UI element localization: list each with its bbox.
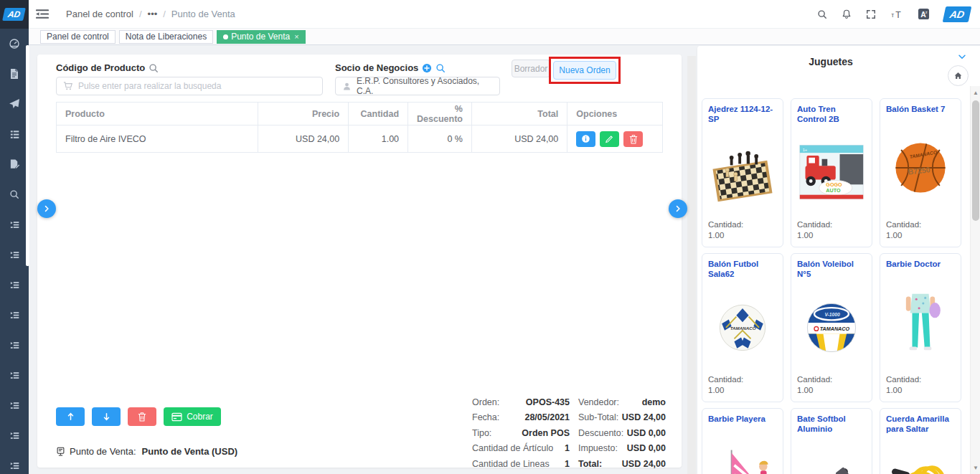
app-logo[interactable]: AD [0, 0, 29, 29]
move-down-button[interactable] [92, 407, 121, 426]
ad-logo-topright[interactable]: AD [942, 6, 971, 22]
search-icon[interactable] [149, 63, 159, 73]
product-card[interactable]: Ajedrez 1124-12-SP Cantidad: 1.00 [702, 98, 783, 247]
sidebar-menu-item[interactable] [0, 330, 29, 360]
list-indent-icon [9, 370, 20, 381]
topbar-icons: тTAzAD [817, 6, 980, 22]
column-header: Total [471, 103, 567, 125]
product-qty-label: Cantidad: [708, 219, 777, 231]
chevron-down-icon[interactable] [957, 52, 967, 62]
sidebar-menu-item[interactable] [0, 179, 29, 209]
sidebar-menu-item[interactable] [0, 59, 29, 89]
plus-circle-icon[interactable] [422, 63, 432, 73]
product-image-chess [708, 125, 777, 219]
product-code-label: Código de Producto [56, 62, 159, 73]
tutorial-highlight-box: Nueva Orden [549, 57, 621, 84]
sidebar-menu-item[interactable] [0, 29, 29, 59]
language-icon[interactable]: Az [918, 8, 930, 20]
list-indent-icon [9, 400, 20, 411]
product-card[interactable]: Balón Futbol Sala62 TAMANACO Cantidad: 1… [702, 253, 783, 402]
active-tab-dot-icon [223, 34, 228, 39]
order-line-row[interactable]: Filtro de Aire IVECOUSD 24,001.000 %USD … [57, 125, 663, 153]
product-image-bat: Softbol [797, 435, 866, 474]
trash-icon [138, 412, 146, 422]
fullscreen-icon[interactable] [866, 9, 876, 19]
tab-panel-de-control[interactable]: Panel de control [40, 30, 116, 44]
summary-row: Tipo:Orden POS [472, 425, 570, 441]
product-image-rope [886, 435, 955, 474]
pay-button[interactable]: Cobrar [164, 407, 221, 426]
product-search-input[interactable]: Pulse enter para realizar la busqueda [56, 77, 323, 95]
summary-label: Orden: [472, 397, 499, 407]
business-partner-input[interactable]: E.R.P. Consultores y Asociados, C.A. [335, 77, 500, 95]
document-icon [9, 68, 19, 80]
sidebar-menu-item[interactable] [0, 390, 29, 420]
sidebar-menu-item[interactable] [0, 119, 29, 149]
scroll-down-icon[interactable]: ▼ [971, 463, 980, 473]
sidebar-menu-item[interactable] [0, 240, 29, 270]
close-icon[interactable]: × [294, 31, 298, 43]
scroll-up-icon[interactable]: ▲ [971, 87, 980, 98]
summary-label: Cantidad de Ártículo [472, 443, 553, 453]
move-up-button[interactable] [56, 407, 85, 426]
order-lines-table: ProductoPrecioCantidad% DescuentoTotalOp… [56, 102, 663, 153]
sidebar-scrollbar[interactable] [26, 45, 29, 266]
sidebar-menu-item[interactable] [0, 420, 29, 450]
product-image-barbie-doctor [886, 270, 955, 374]
tab-punto-de-venta[interactable]: Punto de Venta× [217, 30, 306, 44]
expand-right-panel-button[interactable] [669, 199, 687, 218]
ad-logo: AD [2, 8, 26, 21]
product-card[interactable]: Balón Basket 7 TAMANACOB7250 Cantidad: 1… [880, 98, 961, 247]
svg-text:TAMANACO: TAMANACO [820, 326, 850, 332]
breadcrumb-item[interactable]: ••• [148, 9, 158, 19]
search-icon[interactable] [817, 9, 827, 19]
product-card[interactable]: Barbie Doctor Cantidad: 1.00 [880, 253, 961, 402]
tab-label: Punto de Venta [231, 31, 290, 43]
product-card[interactable]: Bate Softbol Aluminio Softbol Cantidad: … [791, 408, 872, 474]
order-line-cell: USD 24,00 [471, 125, 567, 153]
line-delete-button[interactable] [623, 131, 643, 147]
breadcrumb-item[interactable]: Punto de Venta [171, 9, 235, 19]
scrollbar-thumb[interactable] [972, 100, 979, 221]
font-size-icon[interactable]: тT [890, 9, 903, 19]
breadcrumb-item[interactable]: Panel de control [66, 9, 133, 19]
product-image-volleyball: V-1000TAMANACO [797, 280, 866, 374]
product-card[interactable]: Cuerda Amarilla para Saltar Cantidad: 1.… [880, 408, 961, 474]
bell-icon[interactable] [842, 9, 852, 19]
tags-view-bar: Panel de controlNota de LiberacionesPunt… [29, 29, 980, 45]
sidebar-menu-item[interactable] [0, 300, 29, 330]
expand-left-panel-button[interactable] [37, 199, 56, 218]
product-qty-value: 1.00 [797, 385, 866, 397]
product-card[interactable]: Balón Voleibol N°5 V-1000TAMANACO Cantid… [791, 253, 872, 402]
sidebar-menu-item[interactable] [0, 209, 29, 240]
breadcrumb: Panel de control/•••/Punto de Venta [66, 9, 235, 19]
sidebar-menu-item[interactable] [0, 149, 29, 179]
svg-text:TAMANACO: TAMANACO [730, 326, 756, 331]
sidebar-menu-item[interactable] [0, 360, 29, 390]
column-header: Precio [258, 103, 349, 125]
summary-row: Vendedor:demo [578, 394, 666, 410]
draft-button[interactable]: Borrador [512, 60, 550, 77]
search-icon[interactable] [435, 63, 446, 73]
catalog-scrollbar[interactable]: ▲ ▼ [970, 86, 980, 474]
product-qty-label: Cantidad: [797, 219, 866, 231]
sidebar-menu-item[interactable] [0, 89, 29, 119]
summary-value: Orden POS [522, 428, 570, 438]
sidebar-menu-item[interactable] [0, 270, 29, 300]
delete-line-button[interactable] [128, 407, 156, 426]
svg-text:z: z [925, 10, 928, 14]
sidebar-menu-item[interactable] [0, 450, 29, 474]
svg-text:т: т [891, 11, 894, 19]
product-card[interactable]: Barbie Playera Cantidad: 1.00 [702, 408, 783, 474]
product-name: Auto Tren Control 2B [797, 104, 866, 125]
home-category-button[interactable] [948, 65, 969, 86]
new-order-button[interactable]: Nueva Orden [553, 61, 616, 80]
line-edit-button[interactable] [600, 131, 619, 147]
list-indent-icon [9, 219, 20, 230]
list-icon [9, 129, 20, 140]
tab-nota-de-liberaciones[interactable]: Nota de Liberaciones [119, 30, 213, 44]
product-card[interactable]: Auto Tren Control 2B 1+GOGOAUTO Cantidad… [791, 98, 872, 247]
line-info-button[interactable] [576, 131, 595, 147]
hamburger-icon[interactable] [29, 0, 56, 29]
summary-value: OPOS-435 [526, 397, 570, 407]
